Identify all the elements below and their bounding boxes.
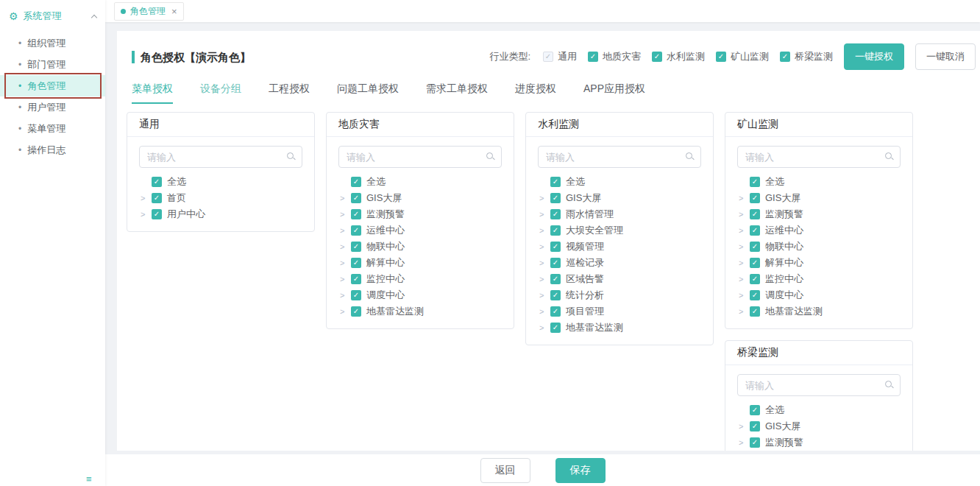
tree-node[interactable]: ✓全选 [338, 174, 502, 190]
expand-arrow-icon[interactable]: > [737, 226, 750, 235]
tree-node[interactable]: >✓物联中心 [338, 239, 502, 255]
tab-item[interactable]: 问题工单授权 [337, 82, 399, 104]
tree-node[interactable]: >✓物联中心 [737, 239, 901, 255]
grant-all-button[interactable]: 一键授权 [844, 43, 904, 70]
expand-arrow-icon[interactable]: > [538, 258, 550, 267]
tree-search-input[interactable] [737, 374, 901, 396]
tree-checkbox-icon[interactable]: ✓ [750, 177, 760, 187]
sidebar-collapse-icon[interactable]: ≡ [86, 474, 92, 484]
tree-node[interactable]: >✓GIS大屏 [737, 418, 901, 434]
save-button[interactable]: 保存 [555, 458, 606, 483]
tree-checkbox-icon[interactable]: ✓ [750, 437, 760, 448]
tree-node[interactable]: >✓雨水情管理 [538, 206, 701, 222]
tree-node[interactable]: >✓解算中心 [338, 255, 502, 271]
expand-arrow-icon[interactable]: > [737, 210, 750, 219]
tab-item[interactable]: 设备分组 [200, 82, 241, 104]
tree-checkbox-icon[interactable]: ✓ [550, 242, 561, 252]
sidebar-item[interactable]: •角色管理 [0, 75, 105, 96]
expand-arrow-icon[interactable]: > [338, 210, 351, 219]
tree-checkbox-icon[interactable]: ✓ [750, 209, 760, 219]
tree-node[interactable]: >✓解算中心 [737, 255, 901, 271]
tree-checkbox-icon[interactable]: ✓ [152, 209, 162, 219]
tab-item[interactable]: 菜单授权 [132, 82, 173, 104]
checkbox-icon[interactable]: ✓ [543, 52, 553, 62]
tree-node[interactable]: >✓大坝安全管理 [538, 222, 701, 239]
expand-arrow-icon[interactable]: > [338, 258, 351, 267]
tree-search-input[interactable] [139, 146, 302, 168]
sidebar-item[interactable]: •组织管理 [0, 32, 105, 54]
expand-arrow-icon[interactable]: > [538, 210, 550, 219]
tree-node[interactable]: ✓全选 [737, 174, 901, 190]
tree-checkbox-icon[interactable]: ✓ [550, 225, 561, 236]
tree-checkbox-icon[interactable]: ✓ [152, 177, 162, 187]
tab-item[interactable]: 需求工单授权 [426, 82, 488, 104]
tree-checkbox-icon[interactable]: ✓ [351, 274, 361, 284]
sidebar-group-system-management[interactable]: ⚙ 系统管理 [0, 0, 105, 32]
tree-node[interactable]: >✓运维中心 [338, 222, 502, 239]
expand-arrow-icon[interactable]: > [538, 323, 550, 332]
tree-node[interactable]: ✓全选 [139, 174, 302, 190]
tree-search-input[interactable] [737, 146, 901, 168]
tree-checkbox-icon[interactable]: ✓ [750, 306, 760, 317]
expand-arrow-icon[interactable]: > [737, 291, 750, 300]
sidebar-item[interactable]: •菜单管理 [0, 118, 105, 139]
tree-node[interactable]: >✓调度中心 [737, 287, 901, 303]
tree-checkbox-icon[interactable]: ✓ [750, 421, 760, 432]
tree-checkbox-icon[interactable]: ✓ [750, 258, 760, 268]
tree-node[interactable]: >✓GIS大屏 [338, 190, 502, 206]
expand-arrow-icon[interactable]: > [538, 226, 550, 235]
tree-node[interactable]: >✓监测预警 [737, 434, 901, 451]
checkbox-icon[interactable]: ✓ [780, 52, 790, 62]
industry-checkbox-option[interactable]: ✓水利监测 [652, 50, 705, 63]
expand-arrow-icon[interactable]: > [538, 275, 550, 284]
tab-item[interactable]: APP应用授权 [583, 82, 645, 104]
expand-arrow-icon[interactable]: > [737, 438, 750, 447]
industry-checkbox-option[interactable]: ✓地质灾害 [588, 50, 641, 63]
tree-node[interactable]: >✓视频管理 [538, 239, 701, 255]
tree-node[interactable]: >✓用户中心 [139, 206, 302, 222]
expand-arrow-icon[interactable]: > [737, 307, 750, 316]
tree-checkbox-icon[interactable]: ✓ [152, 193, 162, 203]
checkbox-icon[interactable]: ✓ [588, 52, 598, 62]
expand-arrow-icon[interactable]: > [338, 242, 351, 251]
expand-arrow-icon[interactable]: > [538, 291, 550, 300]
tree-checkbox-icon[interactable]: ✓ [550, 193, 561, 203]
tree-checkbox-icon[interactable]: ✓ [550, 258, 561, 268]
sidebar-item[interactable]: •用户管理 [0, 96, 105, 118]
tree-checkbox-icon[interactable]: ✓ [351, 242, 361, 252]
tree-checkbox-icon[interactable]: ✓ [550, 290, 561, 300]
expand-arrow-icon[interactable]: > [338, 275, 351, 284]
expand-arrow-icon[interactable]: > [737, 275, 750, 284]
tree-node[interactable]: >✓巡检记录 [538, 255, 701, 271]
industry-checkbox-option[interactable]: ✓矿山监测 [716, 50, 769, 63]
back-button[interactable]: 返回 [480, 458, 530, 483]
tree-checkbox-icon[interactable]: ✓ [750, 242, 760, 252]
tree-node[interactable]: >✓项目管理 [538, 303, 701, 320]
tree-node[interactable]: >✓监测预警 [737, 206, 901, 222]
expand-arrow-icon[interactable]: > [338, 194, 351, 202]
expand-arrow-icon[interactable]: > [737, 422, 750, 431]
expand-arrow-icon[interactable]: > [737, 242, 750, 251]
tree-checkbox-icon[interactable]: ✓ [351, 258, 361, 268]
tree-checkbox-icon[interactable]: ✓ [351, 306, 361, 317]
industry-checkbox-option[interactable]: ✓桥梁监测 [780, 50, 833, 63]
tree-checkbox-icon[interactable]: ✓ [351, 290, 361, 300]
tree-checkbox-icon[interactable]: ✓ [750, 405, 760, 415]
expand-arrow-icon[interactable]: > [139, 194, 152, 202]
sidebar-item[interactable]: •操作日志 [0, 139, 105, 161]
tree-checkbox-icon[interactable]: ✓ [550, 274, 561, 284]
tree-node[interactable]: >✓首页 [139, 190, 302, 206]
tree-node[interactable]: ✓全选 [538, 174, 701, 190]
expand-arrow-icon[interactable]: > [338, 226, 351, 235]
tree-node[interactable]: >✓运维中心 [737, 222, 901, 239]
expand-arrow-icon[interactable]: > [737, 258, 750, 267]
tree-node[interactable]: >✓统计分析 [538, 287, 701, 303]
sidebar-item[interactable]: •部门管理 [0, 54, 105, 75]
tree-node[interactable]: >✓GIS大屏 [538, 190, 701, 206]
expand-arrow-icon[interactable]: > [538, 307, 550, 316]
tree-checkbox-icon[interactable]: ✓ [550, 209, 561, 219]
tree-checkbox-icon[interactable]: ✓ [351, 209, 361, 219]
tree-checkbox-icon[interactable]: ✓ [750, 290, 760, 300]
tree-node[interactable]: >✓调度中心 [338, 287, 502, 303]
close-icon[interactable]: × [171, 7, 177, 16]
